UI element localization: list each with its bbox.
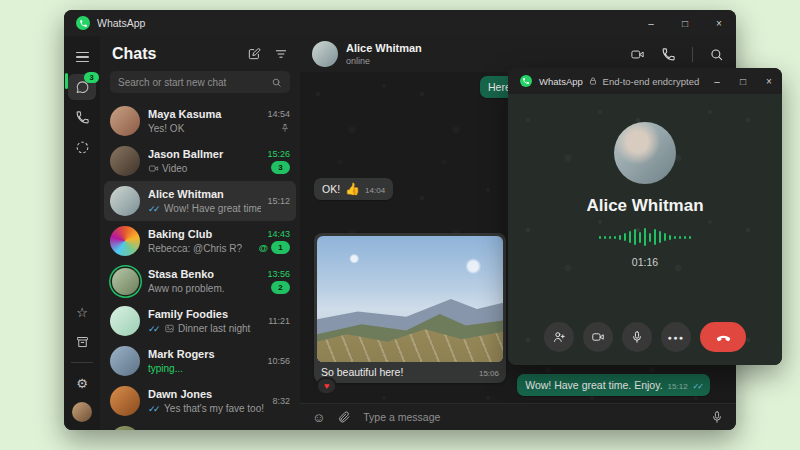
- message-time: 15:12: [668, 382, 688, 391]
- call-contact-avatar: [614, 122, 676, 184]
- call-timer: 01:16: [632, 256, 658, 268]
- chat-preview: Yes that's my fave too!: [164, 403, 264, 414]
- avatar: [110, 426, 140, 430]
- chat-list-item-stasa[interactable]: Stasa Benko Aww no problem. 13:56 2: [104, 261, 296, 301]
- nav-divider: [71, 362, 93, 363]
- chat-name: Mark Rogers: [148, 348, 261, 360]
- attach-icon[interactable]: [337, 410, 351, 424]
- message-photo[interactable]: So beautiful here! 15:06 ♥: [314, 233, 506, 383]
- chat-name: Family Foodies: [148, 308, 262, 320]
- chat-preview: Rebecca: @Chris R?: [148, 243, 242, 254]
- mention-icon: @: [259, 242, 268, 253]
- avatar: [110, 306, 140, 336]
- hamburger-icon: [76, 52, 89, 63]
- nav-chats-button[interactable]: 3: [68, 74, 96, 100]
- chat-list-item-ziggy[interactable]: Ziggy Wandley 9:12: [104, 421, 296, 430]
- nav-settings-button[interactable]: ⚙: [68, 370, 96, 396]
- message-outgoing-bottom[interactable]: Wow! Have great time. Enjoy. 15:12 ✓✓: [517, 374, 710, 396]
- mic-icon: [630, 330, 644, 344]
- lock-icon: [588, 76, 598, 86]
- chat-list-item-mark[interactable]: Mark Rogers typing... 10:56: [104, 341, 296, 381]
- thumbs-up-emoji: 👍: [345, 183, 360, 195]
- message-input[interactable]: Type a message: [363, 411, 698, 423]
- menu-button[interactable]: [68, 44, 96, 70]
- chat-list-item-alice[interactable]: Alice Whitman ✓✓Wow! Have great time. En…: [104, 181, 296, 221]
- voice-call-button[interactable]: [661, 47, 676, 62]
- archive-icon: [75, 335, 90, 350]
- chat-time: 10:56: [267, 356, 290, 366]
- maximize-button[interactable]: □: [730, 68, 756, 94]
- photo-thumbnail[interactable]: [317, 236, 503, 362]
- photo-caption: So beautiful here!: [321, 366, 403, 378]
- phone-icon: [75, 110, 90, 125]
- window-controls: – □ ×: [634, 10, 736, 36]
- more-dots-icon: ●●●: [667, 334, 684, 341]
- chat-time: 13:56: [267, 269, 290, 279]
- more-options-button[interactable]: ●●●: [661, 322, 691, 352]
- filter-icon[interactable]: [274, 47, 288, 61]
- whatsapp-call-window: WhatsApp End-to-end endcrypted – □ × Ali…: [508, 68, 782, 365]
- video-icon: [148, 163, 159, 174]
- read-ticks-icon: ✓✓: [148, 204, 158, 214]
- message-text: Wow! Have great time. Enjoy.: [525, 379, 662, 391]
- read-ticks-icon: ✓✓: [148, 324, 158, 334]
- search-input[interactable]: Search or start new chat: [110, 71, 290, 93]
- chat-list-item-family-foodies[interactable]: Family Foodies ✓✓Dinner last night 11:21: [104, 301, 296, 341]
- chat-list-item-maya[interactable]: Maya Kasuma Yes! OK 14:54: [104, 101, 296, 141]
- chat-list-item-jason[interactable]: Jason Ballmer Video 15:26 3: [104, 141, 296, 181]
- conversation-header[interactable]: Alice Whitman online: [300, 36, 736, 72]
- voice-record-button[interactable]: [710, 410, 724, 424]
- search-in-chat-button[interactable]: [709, 47, 724, 62]
- chat-name: Stasa Benko: [148, 268, 261, 280]
- chat-name: Maya Kasuma: [148, 108, 261, 120]
- contact-avatar[interactable]: [312, 41, 338, 67]
- window-title: WhatsApp: [97, 17, 145, 29]
- message-ok[interactable]: OK! 👍 14:04: [314, 178, 393, 200]
- nav-rail: 3 ☆ ⚙: [64, 36, 100, 430]
- add-participant-button[interactable]: [544, 322, 574, 352]
- unread-badge: 2: [271, 281, 290, 294]
- minimize-button[interactable]: –: [704, 68, 730, 94]
- encryption-label: End-to-end endcrypted: [603, 76, 700, 87]
- chat-list-item-baking-club[interactable]: Baking Club Rebecca: @Chris R? 14:43 @1: [104, 221, 296, 261]
- status-circle-icon: [75, 140, 90, 155]
- mute-button[interactable]: [622, 322, 652, 352]
- call-body: Alice Whitman 01:16 ●●●: [508, 94, 782, 365]
- heart-reaction-badge[interactable]: ♥: [316, 377, 337, 395]
- close-button[interactable]: ×: [702, 10, 736, 36]
- call-titlebar[interactable]: WhatsApp End-to-end endcrypted – □ ×: [508, 68, 782, 94]
- person-add-icon: [552, 330, 566, 344]
- nav-calls-button[interactable]: [68, 104, 96, 130]
- nav-archived-button[interactable]: [68, 329, 96, 355]
- chat-preview: Dinner last night: [178, 323, 250, 334]
- end-call-button[interactable]: [700, 322, 746, 352]
- chat-list: Maya Kasuma Yes! OK 14:54 Jason Ballmer …: [100, 101, 300, 430]
- toggle-video-button[interactable]: [583, 322, 613, 352]
- chat-list-item-dawn[interactable]: Dawn Jones ✓✓Yes that's my fave too! 8:3…: [104, 381, 296, 421]
- close-button[interactable]: ×: [756, 68, 782, 94]
- avatar: [110, 226, 140, 256]
- maximize-button[interactable]: □: [668, 10, 702, 36]
- chat-time: 11:21: [268, 316, 290, 326]
- minimize-button[interactable]: –: [634, 10, 668, 36]
- gear-icon: ⚙: [76, 376, 88, 391]
- emoji-picker-button[interactable]: ☺: [312, 411, 325, 424]
- avatar-with-status-ring: [112, 268, 139, 295]
- unread-badge: 1: [271, 241, 290, 254]
- new-chat-icon[interactable]: [247, 47, 261, 61]
- avatar: [110, 346, 140, 376]
- star-icon: ☆: [76, 305, 88, 320]
- chat-preview: Video: [162, 163, 187, 174]
- video-call-button[interactable]: [630, 47, 645, 62]
- chat-name: Baking Club: [148, 228, 253, 240]
- chat-preview: Wow! Have great time. Enjoy.: [164, 203, 261, 214]
- nav-status-button[interactable]: [68, 134, 96, 160]
- call-controls: ●●●: [508, 322, 782, 352]
- chats-title: Chats: [112, 45, 156, 63]
- call-contact-name: Alice Whitman: [586, 196, 703, 216]
- profile-avatar[interactable]: [72, 402, 92, 422]
- search-icon: [271, 77, 282, 88]
- nav-starred-button[interactable]: ☆: [68, 299, 96, 325]
- main-titlebar[interactable]: WhatsApp – □ ×: [64, 10, 736, 36]
- message-time: 14:04: [365, 186, 385, 195]
